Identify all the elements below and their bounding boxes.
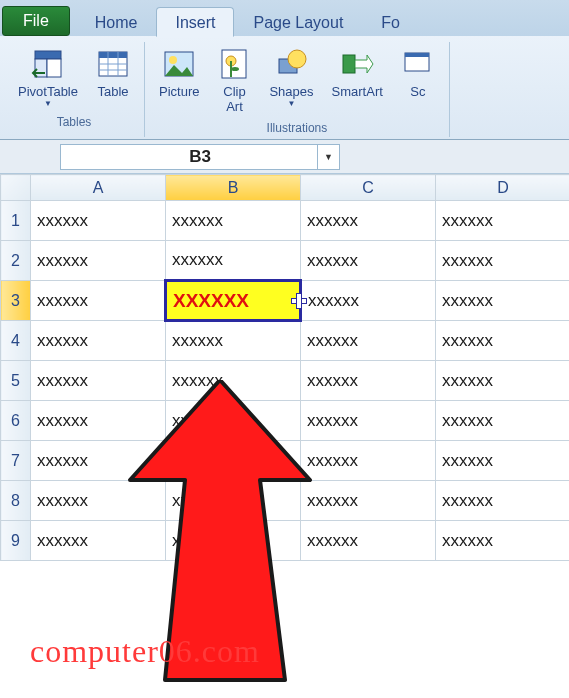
cell-value: xxxxxx: [172, 211, 223, 230]
cell[interactable]: xxxxxx: [166, 481, 301, 521]
cell-value: xxxxxx: [172, 451, 223, 470]
cell-value: xxxxxx: [307, 411, 358, 430]
cell-value: xxxxxx: [172, 250, 223, 269]
svg-rect-4: [99, 52, 127, 58]
chevron-down-icon: ▼: [324, 152, 333, 162]
group-illustrations-label: Illustrations: [267, 121, 328, 135]
ribbon-tabs: File Home Insert Page Layout Fo: [0, 0, 569, 36]
picture-button[interactable]: Picture: [153, 44, 205, 102]
cell[interactable]: xxxxxx: [31, 281, 166, 321]
tab-file[interactable]: File: [2, 6, 70, 36]
smartart-button[interactable]: SmartArt: [326, 44, 389, 102]
cell[interactable]: xxxxxx: [436, 201, 570, 241]
pivottable-button[interactable]: PivotTable ▼: [12, 44, 84, 111]
cell-value: xxxxxx: [37, 251, 88, 270]
cell[interactable]: xxxxxx: [301, 441, 436, 481]
cell[interactable]: xxxxxx: [301, 481, 436, 521]
tab-insert[interactable]: Insert: [156, 7, 234, 37]
column-header[interactable]: C: [301, 175, 436, 201]
row-header[interactable]: 5: [1, 361, 31, 401]
chevron-down-icon: ▼: [288, 99, 296, 108]
row-header[interactable]: 8: [1, 481, 31, 521]
cell[interactable]: xxxxxx: [301, 201, 436, 241]
picture-icon: [162, 47, 196, 81]
cell[interactable]: xxxxxx: [301, 521, 436, 561]
chevron-down-icon: ▼: [44, 99, 52, 108]
cell-value: xxxxxx: [442, 211, 493, 230]
cell-value: xxxxxx: [37, 451, 88, 470]
tab-home[interactable]: Home: [76, 7, 157, 36]
clipart-button[interactable]: Clip Art: [211, 44, 257, 117]
row-header[interactable]: 4: [1, 321, 31, 361]
group-tables: PivotTable ▼ Table Tables: [4, 42, 145, 137]
pivottable-label: PivotTable: [18, 84, 78, 99]
cell-value: xxxxxx: [37, 531, 88, 550]
cell[interactable]: xxxxxx: [436, 241, 570, 281]
tab-formulas[interactable]: Fo: [362, 7, 419, 36]
cell-value: xxxxxx: [37, 371, 88, 390]
svg-point-15: [288, 50, 306, 68]
table-button[interactable]: Table: [90, 44, 136, 102]
cell[interactable]: xxxxxx: [166, 401, 301, 441]
row-header[interactable]: 6: [1, 401, 31, 441]
cell-value: xxxxxx: [442, 531, 493, 550]
row-header[interactable]: 3: [1, 281, 31, 321]
cell-value: xxxxxx: [172, 411, 223, 430]
cell[interactable]: xxxxxx: [301, 321, 436, 361]
active-cell[interactable]: XXXXXX: [166, 281, 301, 321]
fill-handle[interactable]: [291, 293, 305, 307]
cell[interactable]: xxxxxx: [436, 441, 570, 481]
screenshot-button[interactable]: Sc: [395, 44, 441, 102]
cell[interactable]: xxxxxx: [31, 201, 166, 241]
cell-value: xxxxxx: [37, 331, 88, 350]
column-header[interactable]: A: [31, 175, 166, 201]
tab-pagelayout[interactable]: Page Layout: [234, 7, 362, 36]
cell[interactable]: xxxxxx: [166, 321, 301, 361]
cell[interactable]: xxxxxx: [31, 481, 166, 521]
name-box[interactable]: B3 ▼: [60, 144, 340, 170]
row-header[interactable]: 9: [1, 521, 31, 561]
screenshot-label: Sc: [410, 84, 425, 99]
cell[interactable]: xxxxxx: [436, 281, 570, 321]
cell[interactable]: xxxxxx: [166, 201, 301, 241]
cell-value: xxxxxx: [307, 251, 358, 270]
cell-value: xxxxxx: [442, 491, 493, 510]
spreadsheet[interactable]: ABCD1xxxxxxxxxxxxxxxxxxxxxxxx2xxxxxxxxxx…: [0, 174, 569, 561]
cell-value: xxxxxx: [442, 291, 493, 310]
cell[interactable]: xxxxxx: [301, 361, 436, 401]
cell[interactable]: xxxxxx: [166, 241, 301, 281]
cell[interactable]: xxxxxx: [436, 481, 570, 521]
cell[interactable]: xxxxxx: [301, 241, 436, 281]
cell[interactable]: xxxxxx: [436, 401, 570, 441]
column-header[interactable]: D: [436, 175, 570, 201]
cell[interactable]: xxxxxx: [436, 521, 570, 561]
screenshot-icon: [401, 47, 435, 81]
column-header[interactable]: B: [166, 175, 301, 201]
cell[interactable]: xxxxxx: [31, 521, 166, 561]
cell[interactable]: xxxxxx: [166, 441, 301, 481]
cell-value: xxxxxx: [307, 211, 358, 230]
cell[interactable]: xxxxxx: [166, 361, 301, 401]
ribbon-body: PivotTable ▼ Table Tables Picture: [0, 36, 569, 139]
cell[interactable]: xxxxxx: [166, 521, 301, 561]
cell[interactable]: xxxxxx: [31, 361, 166, 401]
svg-rect-16: [343, 55, 355, 73]
corner-cell[interactable]: [1, 175, 31, 201]
row-header[interactable]: 2: [1, 241, 31, 281]
table-icon: [96, 47, 130, 81]
shapes-button[interactable]: Shapes ▼: [263, 44, 319, 111]
svg-rect-2: [47, 59, 61, 77]
row-header[interactable]: 7: [1, 441, 31, 481]
cell[interactable]: xxxxxx: [31, 241, 166, 281]
cell[interactable]: xxxxxx: [301, 281, 436, 321]
row-header[interactable]: 1: [1, 201, 31, 241]
cell[interactable]: xxxxxx: [31, 401, 166, 441]
cell[interactable]: xxxxxx: [31, 321, 166, 361]
grid[interactable]: ABCD1xxxxxxxxxxxxxxxxxxxxxxxx2xxxxxxxxxx…: [0, 174, 569, 561]
cell[interactable]: xxxxxx: [436, 361, 570, 401]
cell[interactable]: xxxxxx: [436, 321, 570, 361]
watermark: computer06.com: [30, 633, 260, 670]
cell[interactable]: xxxxxx: [301, 401, 436, 441]
cell[interactable]: xxxxxx: [31, 441, 166, 481]
name-box-dropdown[interactable]: ▼: [317, 145, 339, 169]
